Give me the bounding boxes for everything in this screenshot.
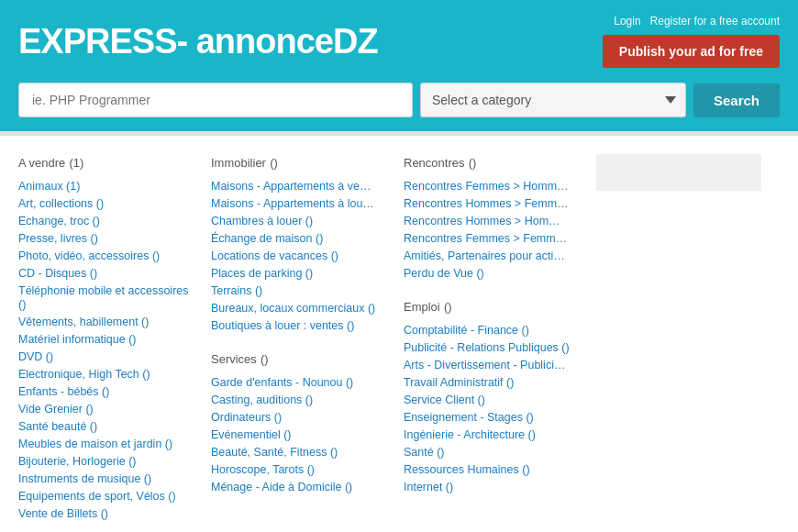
list-item: Ordinateurs () <box>211 410 385 424</box>
emploi-rh[interactable]: Ressources Humaines () <box>404 463 530 476</box>
services-title-text: Services <box>211 352 257 366</box>
list-item: Internet () <box>404 480 578 493</box>
services-menage[interactable]: Ménage - Aide à Domicile () <box>211 481 352 493</box>
list-item: Animaux (1) <box>18 179 193 193</box>
list-item: Échange de maison () <box>211 231 385 245</box>
immo-maisons-location[interactable]: Maisons - Appartements à lou… <box>211 197 374 210</box>
list-item: Chambres à louer () <box>211 214 385 227</box>
a-vendre-dvd[interactable]: DVD () <box>18 350 53 363</box>
list-item: Garde d'enfants - Nounou () <box>211 375 385 389</box>
list-item: Perdu de Vue () <box>404 266 578 280</box>
services-count: () <box>260 352 269 366</box>
emploi-comptabilite[interactable]: Comptabilité - Finance () <box>404 324 529 337</box>
site-logo: EXPRESS- annonceDZ <box>18 22 378 61</box>
emploi-sante[interactable]: Santé () <box>404 446 444 459</box>
list-item: Rencontres Hommes > Femm… <box>404 196 578 210</box>
column-immobilier-services: Immobilier () Maisons - Appartements à v… <box>211 154 404 532</box>
a-vendre-materiel[interactable]: Matériel informatique () <box>18 333 137 346</box>
rencontres-amities[interactable]: Amitiés, Partenaires pour acti… <box>404 249 565 262</box>
a-vendre-list: Animaux (1) Art, collections () Echange,… <box>18 179 193 520</box>
list-item: Arts - Divertissement - Publici… <box>404 358 578 371</box>
list-item: Beauté, Santé, Fitness () <box>211 445 385 459</box>
emploi-count: () <box>444 300 452 314</box>
emploi-travail-admin[interactable]: Travail Administratif () <box>404 376 514 389</box>
search-bar-area: Select a category A vendre Immobilier Se… <box>0 83 798 131</box>
search-input[interactable] <box>18 83 413 117</box>
services-beaute[interactable]: Beauté, Santé, Fitness () <box>211 446 338 459</box>
emploi-internet[interactable]: Internet () <box>404 481 453 493</box>
a-vendre-telephonie[interactable]: Téléphonie mobile et accessoires () <box>18 284 189 311</box>
emploi-title-text: Emploi <box>404 300 440 314</box>
a-vendre-animaux[interactable]: Animaux (1) <box>18 180 80 193</box>
emploi-title: Emploi () <box>404 298 578 314</box>
register-link[interactable]: Register for a free account <box>650 15 780 28</box>
rencontres-fh[interactable]: Rencontres Femmes > Homm… <box>404 180 569 193</box>
emploi-publicite[interactable]: Publicité - Relations Publiques () <box>404 341 570 354</box>
list-item: Photo, vidéo, accessoires () <box>18 249 193 262</box>
list-item: Ressources Humaines () <box>404 462 578 476</box>
a-vendre-sante[interactable]: Santé beauté () <box>18 420 97 433</box>
immo-chambres[interactable]: Chambres à louer () <box>211 215 313 227</box>
immobilier-title-text: Immobilier <box>211 156 266 170</box>
services-horoscope[interactable]: Horoscope, Tarots () <box>211 463 315 476</box>
rencontres-perdu[interactable]: Perdu de Vue () <box>404 267 484 280</box>
list-item: Publicité - Relations Publiques () <box>404 340 578 354</box>
a-vendre-instruments[interactable]: Instruments de musique () <box>18 472 151 485</box>
list-item: Rencontres Femmes > Homm… <box>404 179 578 193</box>
a-vendre-echange[interactable]: Echange, troc () <box>18 215 100 227</box>
rencontres-count: () <box>469 156 477 170</box>
rencontres-hh[interactable]: Rencontres Hommes > Hom… <box>404 215 560 227</box>
emploi-list: Comptabilité - Finance () Publicité - Re… <box>404 323 578 493</box>
immobilier-title: Immobilier () <box>211 154 385 170</box>
a-vendre-vide-grenier[interactable]: Vide Grenier () <box>18 403 94 416</box>
emploi-arts[interactable]: Arts - Divertissement - Publici… <box>404 359 565 371</box>
list-item: Bijouterie, Horlogerie () <box>18 454 193 468</box>
list-item: Ingénierie - Architecture () <box>404 427 578 441</box>
category-select[interactable]: Select a category A vendre Immobilier Se… <box>420 83 686 117</box>
list-item: CD - Disques () <box>18 266 193 280</box>
immo-vacances[interactable]: Locations de vacances () <box>211 249 338 262</box>
list-item: Santé () <box>404 445 578 459</box>
list-item: Maisons - Appartements à lou… <box>211 196 385 210</box>
services-casting[interactable]: Casting, auditions () <box>211 393 313 406</box>
a-vendre-art[interactable]: Art, collections () <box>18 197 104 210</box>
publish-button[interactable]: Publish your ad for free <box>603 35 780 68</box>
list-item: DVD () <box>18 349 193 363</box>
a-vendre-meubles[interactable]: Meubles de maison et jardin () <box>18 438 172 450</box>
a-vendre-photo[interactable]: Photo, vidéo, accessoires () <box>18 249 160 262</box>
a-vendre-vetements[interactable]: Vêtements, habillement () <box>18 316 149 328</box>
sidebar-placeholder <box>596 154 761 191</box>
column-rencontres-emploi: Rencontres () Rencontres Femmes > Homm… … <box>404 154 596 532</box>
services-garde[interactable]: Garde d'enfants - Nounou () <box>211 376 353 389</box>
immo-bureaux[interactable]: Bureaux, locaux commerciaux () <box>211 302 375 315</box>
services-evenementiel[interactable]: Evénementiel () <box>211 428 292 441</box>
header-right: Login Register for a free account Publis… <box>603 15 780 68</box>
search-button[interactable]: Search <box>693 83 780 117</box>
a-vendre-enfants[interactable]: Enfants - bébés () <box>18 385 109 398</box>
list-item: Horoscope, Tarots () <box>211 462 385 476</box>
immo-terrains[interactable]: Terrains () <box>211 284 262 297</box>
a-vendre-electronique[interactable]: Electronique, High Tech () <box>18 368 150 381</box>
list-item: Matériel informatique () <box>18 332 193 346</box>
a-vendre-bijouterie[interactable]: Bijouterie, Horlogerie () <box>18 455 137 468</box>
list-item: Boutiques à louer : ventes () <box>211 318 385 332</box>
a-vendre-equipements[interactable]: Equipements de sport, Vélos () <box>18 490 176 503</box>
emploi-enseignement[interactable]: Enseignement - Stages () <box>404 411 534 424</box>
login-link[interactable]: Login <box>614 15 640 28</box>
a-vendre-cd[interactable]: CD - Disques () <box>18 267 97 280</box>
emploi-service-client[interactable]: Service Client () <box>404 393 485 406</box>
list-item: Vente de Billets () <box>18 506 193 520</box>
list-item: Enfants - bébés () <box>18 384 193 398</box>
rencontres-title-text: Rencontres <box>404 156 464 170</box>
immo-boutiques[interactable]: Boutiques à louer : ventes () <box>211 319 354 332</box>
rencontres-ff[interactable]: Rencontres Femmes > Femm… <box>404 232 567 245</box>
list-item: Ménage - Aide à Domicile () <box>211 480 385 493</box>
emploi-ingenierie[interactable]: Ingénierie - Architecture () <box>404 428 536 441</box>
immo-echange[interactable]: Échange de maison () <box>211 232 323 245</box>
services-ordinateurs[interactable]: Ordinateurs () <box>211 411 282 424</box>
a-vendre-presse[interactable]: Presse, livres () <box>18 232 98 245</box>
a-vendre-billets[interactable]: Vente de Billets () <box>18 507 108 520</box>
rencontres-hf[interactable]: Rencontres Hommes > Femm… <box>404 197 569 210</box>
immo-maisons-vente[interactable]: Maisons - Appartements à ve… <box>211 180 371 193</box>
immo-parking[interactable]: Places de parking () <box>211 267 313 280</box>
